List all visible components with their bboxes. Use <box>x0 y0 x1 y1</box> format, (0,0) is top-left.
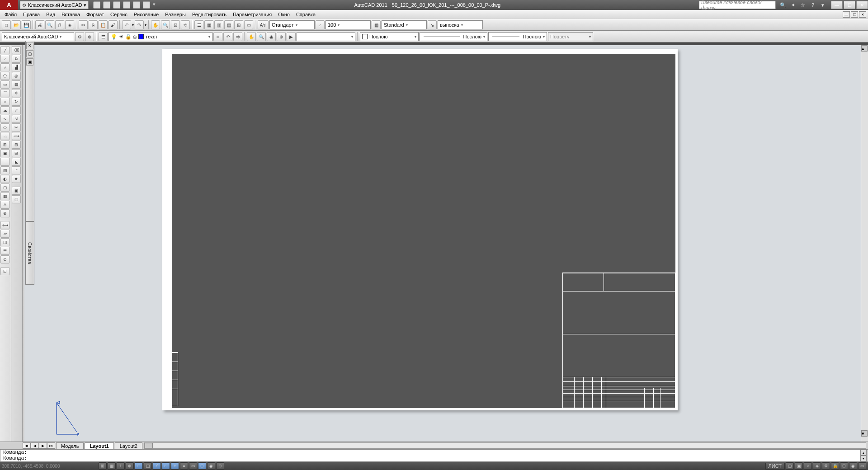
plot-button[interactable]: 🖨 <box>35 20 44 29</box>
list-icon[interactable]: ☰ <box>0 247 9 255</box>
snap-button[interactable]: ⊞ <box>99 462 107 470</box>
scroll-down-icon[interactable]: ▾ <box>860 456 867 461</box>
doc-restore-button[interactable]: ❐ <box>851 11 858 18</box>
publish-button[interactable]: ⎙ <box>55 20 64 29</box>
app-menu-button[interactable]: A <box>0 0 18 10</box>
binoculars-icon[interactable]: 🔍 <box>779 1 787 9</box>
chevron-down-icon[interactable]: ▾ <box>819 1 826 9</box>
exchange-icon[interactable]: ☆ <box>799 1 807 9</box>
extend-icon[interactable]: ⟿ <box>12 132 21 140</box>
polyline-icon[interactable]: ⟑ <box>0 63 9 71</box>
undo-icon[interactable] <box>123 1 130 9</box>
sheetset-button[interactable]: ▤ <box>224 20 233 29</box>
copy-button[interactable]: ⎘ <box>89 20 98 29</box>
doc-minimize-button[interactable]: — <box>843 11 850 18</box>
mtext-icon[interactable]: A <box>0 201 9 209</box>
block-icon[interactable]: ▣ <box>0 149 9 157</box>
chamfer-icon[interactable]: ◣ <box>12 158 21 166</box>
scroll-up-icon[interactable]: ▴ <box>860 450 867 456</box>
steering-button[interactable]: ⊛ <box>277 32 286 41</box>
cut-button[interactable]: ✂ <box>79 20 88 29</box>
new-button[interactable]: □ <box>2 20 11 29</box>
tab-layout2[interactable]: Layout2 <box>115 442 142 449</box>
scroll-thumb[interactable] <box>145 443 153 448</box>
layer-state-button[interactable]: ≡ <box>213 32 222 41</box>
otrack-button[interactable]: ∠ <box>153 462 161 470</box>
designcenter-button[interactable]: ▦ <box>204 20 213 29</box>
lineweight-dropdown[interactable]: Послою ▾ <box>488 32 547 41</box>
chevron-down-icon[interactable]: ▾ <box>145 23 146 27</box>
color-dropdown[interactable]: Послою ▾ <box>360 32 419 41</box>
menu-view[interactable]: Вид <box>46 12 55 17</box>
palette-icon[interactable]: ▣ <box>26 58 33 66</box>
open-button[interactable]: 📂 <box>12 20 21 29</box>
scale-icon[interactable]: ⤢ <box>12 106 21 114</box>
id-icon[interactable]: ⊙ <box>0 255 9 263</box>
rotate-icon[interactable]: ↻ <box>12 98 21 106</box>
properties-palette-tab[interactable]: Свойства <box>25 221 34 285</box>
qp-button[interactable]: ⊡ <box>198 462 206 470</box>
close-button[interactable]: ✕ <box>856 1 868 9</box>
rectangle-icon[interactable]: ▭ <box>0 80 9 89</box>
help-search-input[interactable]: Введите ключевое слово/фразу <box>699 1 776 9</box>
dimstyle-dropdown[interactable]: Standard ▾ <box>382 20 427 29</box>
menu-file[interactable]: Файл <box>5 12 17 17</box>
grid-button[interactable]: ▦ <box>108 462 116 470</box>
tool-icon[interactable]: ⊡ <box>0 267 9 275</box>
trim-icon[interactable]: ✂ <box>12 123 21 132</box>
3dosnap-button[interactable]: ◫ <box>144 462 152 470</box>
hatch-icon[interactable]: ▨ <box>0 166 9 174</box>
paste-button[interactable]: 📋 <box>99 20 108 29</box>
workspace-save-button[interactable]: ⊕ <box>85 32 94 41</box>
quickview-drawings-button[interactable]: ▣ <box>795 462 803 470</box>
layer-match-button[interactable]: ⇉ <box>233 32 242 41</box>
matchprop-button[interactable]: 🖌 <box>108 20 118 29</box>
menu-dimension[interactable]: Размеры <box>165 12 186 17</box>
dimscale-dropdown[interactable]: 100 ▾ <box>326 20 371 29</box>
textstyle-dropdown[interactable]: Стандарт ▾ <box>269 20 315 29</box>
menu-edit[interactable]: Правка <box>23 12 40 17</box>
hardware-accel-button[interactable]: ⊡ <box>840 462 848 470</box>
mirror-icon[interactable]: ▟ <box>12 63 21 71</box>
scroll-down-button[interactable]: ▾ <box>861 430 868 437</box>
region-icon[interactable]: ▢ <box>0 183 9 192</box>
layer-previous-button[interactable]: ↶ <box>223 32 232 41</box>
model-paper-toggle[interactable]: ЛИСТ <box>765 463 785 470</box>
dimstyle-icon[interactable]: ⟋ <box>316 20 325 29</box>
coordinates-display[interactable]: 306.7010, -465.4598, 0.0000 <box>2 464 83 469</box>
mleaderstyle-icon[interactable]: ↘ <box>428 20 437 29</box>
insert-icon[interactable]: ⊞ <box>0 141 9 149</box>
break-icon[interactable]: ⊟ <box>12 141 21 149</box>
annotation-visibility-button[interactable]: ◈ <box>813 462 821 470</box>
menu-modify[interactable]: Редактировать <box>192 12 226 17</box>
toolpalettes-button[interactable]: ▥ <box>214 20 223 29</box>
xline-icon[interactable]: ⟋ <box>0 55 9 63</box>
save-icon[interactable] <box>113 1 120 9</box>
last-tab-button[interactable]: ⏭ <box>47 442 55 449</box>
workspace-switching-button[interactable]: ⚙ <box>822 462 830 470</box>
menu-window[interactable]: Окно <box>278 12 290 17</box>
draworder2-icon[interactable]: ▢ <box>12 195 21 203</box>
help-icon[interactable]: ? <box>809 1 816 9</box>
area-icon[interactable]: ▱ <box>0 230 9 238</box>
distance-icon[interactable]: ⟷ <box>0 221 9 229</box>
chevron-down-icon[interactable]: ▾ <box>132 23 134 27</box>
menu-tools[interactable]: Сервис <box>110 12 127 17</box>
sc-button[interactable]: ◉ <box>207 462 215 470</box>
osnap-button[interactable]: □ <box>135 462 143 470</box>
workspace-dropdown[interactable]: ⚙ Классический AutoCAD ▾ <box>20 1 89 9</box>
fillet-icon[interactable]: ◜ <box>12 166 21 174</box>
new-icon[interactable] <box>93 1 100 9</box>
region2-icon[interactable]: ◫ <box>0 238 9 246</box>
preview-button[interactable]: 🔍 <box>45 20 54 29</box>
ducs-button[interactable]: ⊾ <box>162 462 170 470</box>
first-tab-button[interactable]: ⏮ <box>23 442 31 449</box>
close-icon[interactable]: ✕ <box>26 42 33 49</box>
menu-help[interactable]: Справка <box>296 12 316 17</box>
menu-parametric[interactable]: Параметризация <box>233 12 272 17</box>
properties-button[interactable]: ☰ <box>194 20 203 29</box>
isolate-button[interactable]: ◉ <box>849 462 857 470</box>
maximize-button[interactable]: ☐ <box>844 1 855 9</box>
am-button[interactable]: ⊙ <box>216 462 224 470</box>
scroll-up-button[interactable]: ▴ <box>861 45 868 52</box>
